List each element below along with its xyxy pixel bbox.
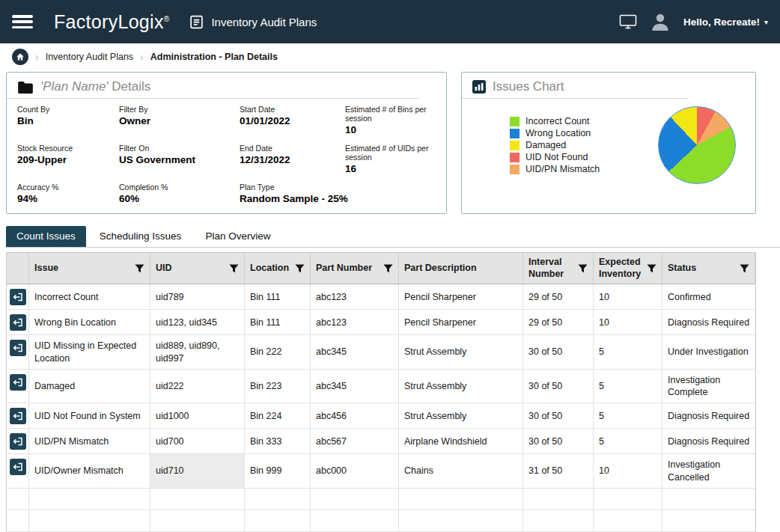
plan-name-label: 'Plan Name' (40, 79, 109, 94)
legend-label: Damaged (525, 140, 566, 150)
cell-location: Bin 999 (245, 454, 311, 489)
cell-part-description: Pencil Sharpener (399, 284, 523, 310)
breadcrumb-item-plans[interactable]: Inventory Audit Plans (46, 52, 133, 62)
hamburger-icon (12, 15, 33, 18)
count-issues-table: Issue UID Location Part Number (6, 252, 756, 532)
column-header: Interval Number (523, 253, 594, 284)
column-header: UID (150, 253, 245, 284)
icon-column-header (7, 253, 29, 284)
field-label: Accuracy % (17, 183, 115, 192)
legend-item: Damaged (510, 140, 640, 150)
filter-icon[interactable] (295, 264, 305, 273)
user-menu[interactable]: Hello, Recreate! ▾ (683, 16, 768, 28)
field-label: End Date (240, 144, 341, 153)
filter-icon[interactable] (647, 264, 656, 273)
open-issue-button[interactable] (10, 314, 26, 331)
breadcrumb: › Inventory Audit Plans › Administration… (0, 43, 780, 70)
app-window: FactoryLogix® Inventory Audit Plans (0, 0, 780, 532)
issues-pie-chart (658, 106, 736, 184)
cell-part-description: Strut Assembly (399, 370, 523, 404)
field-label: Filter By (119, 105, 235, 114)
home-icon[interactable] (12, 49, 28, 65)
column-header: Location (245, 253, 311, 284)
legend-swatch (510, 165, 520, 174)
field-label: Filter On (119, 144, 235, 153)
field-value: 12/31/2022 (240, 154, 341, 165)
cell-location: Bin 111 (245, 310, 311, 335)
legend-item: Wrong Location (510, 128, 640, 138)
open-issue-button[interactable] (10, 289, 26, 305)
filter-icon[interactable] (135, 264, 144, 273)
field-label: Plan Type (240, 183, 439, 192)
column-label: Issue (34, 263, 58, 275)
table-row: Damaged uid222 Bin 223 abc345 Strut Asse… (7, 370, 755, 404)
open-record-icon (10, 314, 26, 331)
filter-icon[interactable] (383, 264, 393, 273)
field-value: US Government (119, 154, 235, 165)
table-header-row: Issue UID Location Part Number (7, 253, 755, 284)
avatar-icon[interactable] (649, 10, 671, 33)
open-issue-button[interactable] (10, 374, 26, 391)
cell-issue: UID Missing in Expected Location (29, 335, 150, 370)
cell-location: Bin 111 (245, 284, 311, 310)
table-row: UID/PN Mismatch uid700 Bin 333 abc567 Ai… (7, 429, 755, 454)
folder-icon (17, 81, 34, 94)
cell-part-number: abc456 (311, 403, 399, 429)
detail-field: Accuracy % 94% (17, 183, 115, 204)
cell-part-number: abc000 (311, 454, 399, 489)
tab[interactable]: Count Issues (6, 226, 86, 247)
cell-location: Bin 333 (245, 429, 311, 454)
cell-part-number: abc123 (311, 310, 399, 335)
open-issue-button[interactable] (10, 408, 26, 424)
cell-part-number: abc567 (311, 429, 399, 454)
legend-item: UID/PN Mismatch (510, 164, 640, 174)
cell-interval: 30 of 50 (523, 335, 594, 370)
filter-icon[interactable] (740, 264, 749, 273)
field-label: Estimated # of UIDs per session (345, 144, 439, 162)
cell-issue: Wrong Bin Location (29, 310, 150, 335)
column-label: Expected Inventory (599, 257, 644, 280)
tab[interactable]: Scheduling Issues (89, 226, 192, 247)
detail-field: Start Date 01/01/2022 (240, 105, 341, 135)
cell-status: Confirmed (662, 284, 755, 310)
legend-item: Incorrect Count (510, 116, 640, 126)
open-issue-button[interactable] (10, 459, 26, 475)
display-icon[interactable] (619, 14, 637, 29)
open-record-icon (10, 459, 26, 475)
detail-field: Filter On US Government (119, 144, 235, 174)
open-record-icon (10, 340, 26, 356)
open-issue-button[interactable] (10, 340, 26, 356)
chevron-down-icon: ▾ (764, 18, 768, 26)
cell-status: Diagnosis Required (662, 429, 755, 454)
legend-label: Incorrect Count (525, 116, 589, 126)
field-value: Random Sample - 25% (240, 193, 439, 204)
cell-interval: 30 of 50 (523, 429, 594, 454)
filter-icon[interactable] (578, 264, 588, 273)
brand-logo: FactoryLogix® (54, 11, 169, 33)
open-issue-button[interactable] (10, 433, 26, 450)
cell-location: Bin 224 (245, 403, 311, 429)
cell-interval: 30 of 50 (523, 370, 594, 404)
filter-icon[interactable] (229, 264, 239, 273)
cell-expected: 10 (594, 284, 662, 310)
tab[interactable]: Plan Overview (195, 226, 281, 247)
field-value: 209-Upper (17, 154, 115, 165)
cell-issue: UID/PN Mismatch (29, 429, 150, 454)
bar-chart-icon (472, 80, 486, 94)
table-row: UID Missing in Expected Location uid889,… (7, 335, 755, 370)
tab-bar: Count IssuesScheduling IssuesPlan Overvi… (6, 226, 780, 248)
field-value: 94% (17, 193, 115, 204)
plan-details-panel: 'Plan Name' Details Count By Bin Filter … (6, 72, 447, 214)
menu-button[interactable] (12, 13, 34, 30)
cell-expected: 5 (594, 335, 662, 370)
cell-interval: 31 of 50 (523, 454, 594, 489)
summary-panels: 'Plan Name' Details Count By Bin Filter … (0, 70, 780, 214)
cell-status: Diagnosis Required (662, 310, 755, 335)
detail-field: Count By Bin (17, 105, 115, 135)
cell-uid: uid789 (150, 284, 245, 310)
legend-swatch (510, 129, 520, 138)
cell-interval: 29 of 50 (523, 284, 594, 310)
column-header: Status (662, 253, 755, 284)
cell-expected: 5 (594, 429, 662, 454)
cell-interval: 30 of 50 (523, 403, 594, 429)
